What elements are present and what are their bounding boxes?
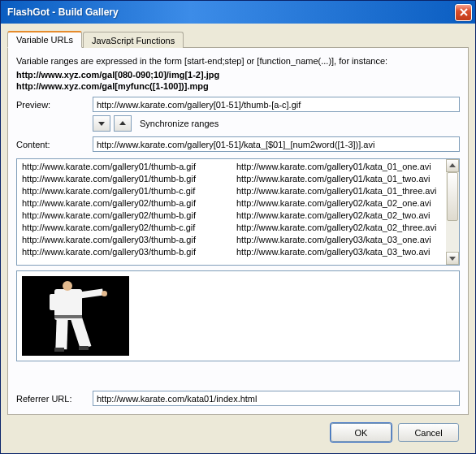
tab-strip: Variable URLs JavaScript Functions xyxy=(7,30,469,48)
example-1: http://www.xyz.com/gal[080-090;10]/img[1… xyxy=(16,70,460,80)
list-item[interactable]: http://www.karate.com/gallery01/thumb-b.… xyxy=(22,173,227,185)
referrer-label: Referrer URL: xyxy=(16,394,88,404)
list-item[interactable]: http://www.karate.com/gallery01/kata_01_… xyxy=(236,161,441,173)
intro-text: Variable ranges are expressed in the for… xyxy=(16,56,460,66)
list-item[interactable]: http://www.karate.com/gallery02/thumb-c.… xyxy=(22,222,227,234)
scroll-down-button[interactable] xyxy=(446,252,459,265)
preview-label: Preview: xyxy=(16,100,88,110)
list-item[interactable]: http://www.karate.com/gallery03/thumb-a.… xyxy=(22,234,227,246)
list-item[interactable]: http://www.karate.com/gallery02/kata_02_… xyxy=(236,222,441,234)
tab-label: Variable URLs xyxy=(16,35,73,45)
url-list-right[interactable]: http://www.karate.com/gallery01/kata_01_… xyxy=(232,159,446,265)
list-item[interactable]: http://www.karate.com/gallery03/kata_03_… xyxy=(236,246,441,258)
tab-variable-urls[interactable]: Variable URLs xyxy=(7,31,82,48)
list-item[interactable]: http://www.karate.com/gallery03/kata_03_… xyxy=(236,234,441,246)
url-list-left[interactable]: http://www.karate.com/gallery01/thumb-a.… xyxy=(17,159,232,265)
range-up-button[interactable] xyxy=(114,115,132,132)
cancel-button[interactable]: Cancel xyxy=(398,423,459,442)
scroll-up-button[interactable] xyxy=(446,159,459,172)
tab-js-functions[interactable]: JavaScript Functions xyxy=(83,32,184,48)
titlebar: FlashGot - Build Gallery xyxy=(1,1,475,24)
list-item[interactable]: http://www.karate.com/gallery01/kata_01_… xyxy=(236,173,441,185)
window-title: FlashGot - Build Gallery xyxy=(7,6,455,18)
preview-pane xyxy=(16,270,460,361)
list-item[interactable]: http://www.karate.com/gallery02/thumb-a.… xyxy=(22,197,227,210)
tab-page: Variable ranges are expressed in the for… xyxy=(7,48,469,415)
list-item[interactable]: http://www.karate.com/gallery01/thumb-a.… xyxy=(22,161,227,173)
example-2: http://www.xyz.com/gal[myfunc([1-100])].… xyxy=(16,81,460,91)
scroll-thumb[interactable] xyxy=(447,172,458,221)
thumbnail-image xyxy=(22,276,129,356)
close-button[interactable] xyxy=(455,4,472,21)
list-item[interactable]: http://www.karate.com/gallery02/kata_02_… xyxy=(236,197,441,210)
preview-input[interactable] xyxy=(93,97,460,112)
list-item[interactable]: http://www.karate.com/gallery02/thumb-b.… xyxy=(22,210,227,222)
dialog-window: FlashGot - Build Gallery Variable URLs J… xyxy=(0,0,476,454)
ok-button[interactable]: OK xyxy=(331,423,392,442)
sync-ranges-label: Synchronize ranges xyxy=(140,119,219,128)
range-down-button[interactable] xyxy=(93,115,110,132)
url-list-pane: http://www.karate.com/gallery01/thumb-a.… xyxy=(16,158,460,266)
scroll-track[interactable] xyxy=(446,172,459,252)
client-area: Variable URLs JavaScript Functions Varia… xyxy=(1,24,475,453)
content-label: Content: xyxy=(16,140,88,149)
list-item[interactable]: http://www.karate.com/gallery01/thumb-c.… xyxy=(22,185,227,197)
tab-label: JavaScript Functions xyxy=(92,36,175,45)
list-scrollbar[interactable] xyxy=(446,159,459,265)
content-input[interactable] xyxy=(93,136,460,152)
list-item[interactable]: http://www.karate.com/gallery02/kata_02_… xyxy=(236,210,441,222)
list-item[interactable]: http://www.karate.com/gallery03/thumb-b.… xyxy=(22,246,227,258)
dialog-footer: OK Cancel xyxy=(7,415,469,445)
list-item[interactable]: http://www.karate.com/gallery01/kata_01_… xyxy=(236,185,441,197)
referrer-input[interactable] xyxy=(93,391,460,406)
